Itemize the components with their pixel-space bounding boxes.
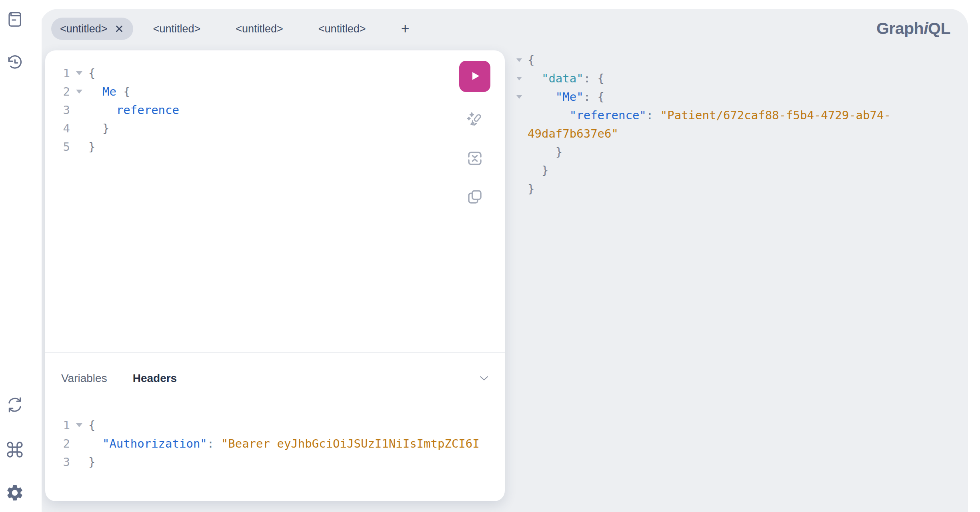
tab-headers[interactable]: Headers (133, 372, 177, 385)
command-icon (5, 440, 24, 459)
code-text: { (88, 416, 95, 434)
history-button[interactable] (5, 53, 24, 72)
line-number: 2 (45, 82, 70, 101)
line-number: 5 (45, 138, 70, 156)
tab-untitled-2[interactable]: <untitled> (141, 23, 213, 35)
tab-untitled-3[interactable]: <untitled> (224, 23, 295, 35)
code-text: "Me": { (528, 88, 604, 106)
code-line: { (516, 51, 954, 69)
code-line: } (516, 143, 954, 161)
code-text: 49daf7b637e6" (528, 124, 618, 143)
code-text: } (528, 180, 534, 198)
keyboard-shortcuts-button[interactable] (5, 440, 24, 459)
fold-gutter (516, 161, 528, 180)
docs-icon (5, 10, 24, 29)
tab-label: <untitled> (60, 23, 108, 35)
docs-button[interactable] (5, 10, 24, 29)
line-number: 4 (45, 119, 70, 138)
code-text: } (528, 143, 562, 161)
query-editor[interactable]: 1{2 Me {3 reference4 }5} (45, 64, 453, 344)
code-line: 2 Me { (45, 82, 453, 101)
tab-bar: <untitled> <untitled> <untitled> <untitl… (40, 9, 968, 49)
prettify-icon (465, 110, 484, 130)
fold-gutter (70, 434, 88, 453)
code-line: "data": { (516, 69, 954, 88)
code-line: } (516, 180, 954, 198)
fold-gutter (70, 453, 88, 471)
code-line: 1{ (45, 416, 505, 434)
fold-gutter (70, 138, 88, 156)
editor-panel: 1{2 Me {3 reference4 }5} (45, 50, 505, 501)
history-icon (5, 53, 24, 72)
close-icon (114, 24, 124, 34)
chevron-down-icon (477, 373, 490, 384)
code-text: } (528, 161, 548, 180)
merge-icon (465, 149, 484, 168)
graphiql-session: <untitled> <untitled> <untitled> <untitl… (40, 9, 968, 512)
secondary-tab-bar: Variables Headers (61, 368, 490, 388)
line-number: 3 (45, 101, 70, 119)
line-number: 1 (45, 64, 70, 82)
fold-arrow-icon[interactable] (70, 416, 88, 434)
fold-arrow-icon[interactable] (516, 69, 528, 88)
code-line: 49daf7b637e6" (516, 124, 954, 143)
add-tab-button[interactable]: + (401, 20, 409, 37)
code-text: "reference": "Patient/672caf88-f5b4-4729… (528, 106, 891, 124)
fold-gutter (516, 143, 528, 161)
gear-icon (5, 483, 24, 502)
tab-untitled-1[interactable]: <untitled> (51, 18, 133, 40)
refresh-icon (5, 395, 24, 414)
prettify-button[interactable] (465, 110, 484, 130)
code-line: } (516, 161, 954, 180)
tab-variables[interactable]: Variables (61, 372, 107, 385)
fold-gutter (516, 180, 528, 198)
fold-arrow-icon[interactable] (516, 88, 528, 106)
code-line: 2 "Authorization": "Bearer eyJhbGciOiJSU… (45, 434, 505, 453)
settings-button[interactable] (5, 483, 24, 502)
editor-divider (45, 352, 505, 353)
copy-icon (465, 187, 484, 206)
code-text: { (88, 64, 95, 82)
line-number: 1 (45, 416, 70, 434)
code-line: "reference": "Patient/672caf88-f5b4-4729… (516, 106, 954, 124)
tab-label: <untitled> (153, 23, 201, 35)
tab-label: <untitled> (236, 23, 283, 35)
code-line: "Me": { (516, 88, 954, 106)
merge-button[interactable] (465, 149, 484, 168)
sidebar (0, 0, 42, 512)
tab-close-button[interactable] (114, 24, 124, 34)
execute-button[interactable] (459, 61, 490, 92)
fold-gutter (70, 101, 88, 119)
code-line: 3 reference (45, 101, 453, 119)
tab-untitled-4[interactable]: <untitled> (306, 23, 378, 35)
headers-editor[interactable]: 1{2 "Authorization": "Bearer eyJhbGciOiJ… (45, 416, 505, 493)
fold-gutter (516, 124, 528, 143)
play-icon (468, 69, 482, 84)
tab-label: <untitled> (318, 23, 366, 35)
response-viewer[interactable]: { "data": { "Me": { "reference": "Patien… (516, 51, 954, 198)
fold-arrow-icon[interactable] (516, 51, 528, 69)
collapse-editor-button[interactable] (477, 373, 490, 384)
code-text: { (528, 51, 534, 69)
code-line: 3} (45, 453, 505, 471)
fold-arrow-icon[interactable] (70, 82, 88, 101)
code-text: } (88, 453, 95, 471)
code-text: Me { (88, 82, 130, 101)
line-number: 2 (45, 434, 70, 453)
fold-gutter (516, 106, 528, 124)
fold-gutter (70, 119, 88, 138)
code-line: 1{ (45, 64, 453, 82)
code-text: } (88, 138, 95, 156)
refetch-schema-button[interactable] (5, 395, 24, 414)
code-line: 4 } (45, 119, 453, 138)
code-text: "data": { (528, 69, 604, 88)
graphiql-logo: GraphiQL (876, 19, 950, 38)
code-text: reference (88, 101, 179, 119)
code-text: } (88, 119, 109, 138)
copy-button[interactable] (465, 187, 484, 206)
fold-arrow-icon[interactable] (70, 64, 88, 82)
line-number: 3 (45, 453, 70, 471)
code-line: 5} (45, 138, 453, 156)
code-text: "Authorization": "Bearer eyJhbGciOiJSUzI… (88, 434, 480, 453)
